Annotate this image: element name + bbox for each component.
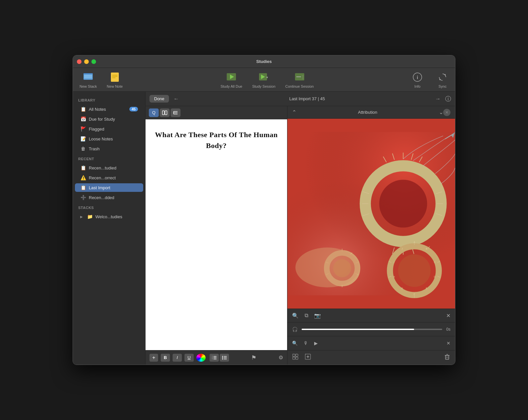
traffic-lights: [77, 59, 96, 64]
sidebar-item-recent2[interactable]: ⚠️ Recen...orrect: [75, 173, 143, 182]
svg-rect-18: [165, 111, 167, 115]
select-all-icon[interactable]: [292, 353, 299, 362]
study-all-due-icon: [225, 71, 237, 83]
italic-button[interactable]: I: [173, 354, 182, 362]
svg-point-33: [222, 357, 223, 358]
main-area: LIBRARY 📋 All Notes 45 📅 Due for Study 🚩…: [73, 92, 455, 365]
sidebar-item-recent1[interactable]: 📋 Recen...tudied: [75, 164, 143, 172]
unordered-list-button[interactable]: [220, 354, 229, 362]
new-stack-button[interactable]: New Stack: [80, 71, 97, 88]
svg-text:▾: ▾: [266, 75, 268, 79]
continue-session-label: Continue Session: [285, 84, 314, 88]
format-toolbar: + B I U 1 2: [146, 350, 287, 365]
flag-button[interactable]: ⚑: [232, 354, 276, 361]
search-answer-icon[interactable]: 🔍: [292, 313, 299, 319]
bold-button[interactable]: B: [161, 354, 170, 362]
svg-text:I: I: [394, 261, 394, 264]
svg-rect-1: [83, 73, 93, 75]
sidebar-item-due-for-study[interactable]: 📅 Due for Study: [75, 115, 143, 123]
attribution-prev[interactable]: ⌃: [292, 109, 296, 115]
recent1-label: Recen...tudied: [89, 165, 116, 170]
svg-text:J: J: [402, 247, 403, 250]
last-import-icon: 📋: [80, 185, 86, 190]
add-content-button[interactable]: +: [149, 354, 158, 362]
answer-image-tools: 🔍 ⧉ 📷 ✕: [287, 309, 455, 322]
add-region-icon[interactable]: [305, 353, 311, 362]
svg-text:C: C: [434, 261, 436, 264]
question-content[interactable]: What are these parts of the human body?: [146, 119, 287, 350]
next-note-button[interactable]: →: [434, 95, 442, 103]
settings-button[interactable]: ⚙: [279, 354, 283, 361]
study-all-due-button[interactable]: Study All Due: [220, 71, 242, 88]
audio-controls: 🎧 0s: [287, 322, 455, 336]
fullscreen-button[interactable]: [91, 59, 96, 64]
svg-rect-3: [111, 73, 119, 82]
new-stack-icon: [82, 71, 94, 83]
play-button[interactable]: ▶: [314, 341, 318, 346]
delete-answer-button[interactable]: [444, 353, 450, 362]
close-answer-button[interactable]: ✕: [446, 313, 450, 319]
flashcard-type-button[interactable]: Q: [149, 108, 159, 117]
close-button[interactable]: [77, 59, 82, 64]
attribution-close-button[interactable]: ✕: [443, 109, 450, 116]
recent4-icon: ➕: [80, 195, 86, 200]
svg-rect-17: [162, 111, 164, 115]
audio-headphone-icon: 🎧: [292, 327, 298, 332]
note-info-button[interactable]: ⓘ: [445, 95, 451, 103]
sync-button[interactable]: Sync: [437, 71, 448, 88]
mic-icon[interactable]: 🎙: [304, 341, 308, 346]
study-session-icon: ▾: [258, 71, 270, 83]
answer-bottom-bar: [287, 350, 455, 365]
svg-text:H: H: [393, 275, 395, 278]
sidebar-item-last-import[interactable]: 📋 Last Import: [75, 183, 143, 192]
recent-section-label: RECENT: [73, 154, 145, 162]
sidebar-item-stack1[interactable]: ▶ 📁 Welco...tudies: [75, 212, 143, 221]
new-note-button[interactable]: New Note: [107, 71, 123, 88]
svg-rect-91: [446, 355, 449, 359]
prev-note-button[interactable]: ←: [172, 95, 180, 103]
info-button[interactable]: i Info: [412, 71, 423, 88]
minimize-button[interactable]: [84, 59, 89, 64]
content-area: Done ← Last Import 37 | 45 → ⓘ Q: [146, 92, 455, 365]
last-import-label: Last Import: [89, 185, 110, 190]
done-button[interactable]: Done: [149, 95, 169, 103]
camera-answer-icon[interactable]: 📷: [314, 313, 321, 319]
question-panel: Q: [146, 106, 287, 365]
attribution-sort[interactable]: ⌄: [439, 109, 443, 115]
sidebar-item-trash[interactable]: 🗑 Trash: [75, 144, 143, 153]
all-notes-icon: 📋: [80, 106, 86, 112]
new-stack-label: New Stack: [80, 84, 97, 88]
stack1-label: Welco...tudies: [95, 214, 122, 219]
sidebar-item-loose-notes[interactable]: 📝 Loose Notes: [75, 135, 143, 143]
underline-button[interactable]: U: [184, 354, 194, 362]
new-note-icon: [109, 71, 121, 83]
attribution-label: Attribution: [296, 110, 439, 115]
library-section-label: LIBRARY: [73, 96, 145, 104]
stacks-section-label: STACKS: [73, 203, 145, 211]
trash-icon: 🗑: [80, 146, 86, 151]
playback-controls: 🔍 🎙 ▶ ✕: [287, 336, 455, 350]
trash-label: Trash: [89, 146, 100, 151]
color-picker-button[interactable]: [196, 354, 206, 362]
crop-answer-icon[interactable]: ⧉: [305, 313, 308, 318]
svg-point-32: [222, 356, 223, 357]
audio-progress-slider[interactable]: [302, 329, 442, 330]
svg-text:D: D: [434, 275, 436, 278]
sidebar-item-recent4[interactable]: ➕ Recen...dded: [75, 193, 143, 202]
svg-text:G: G: [401, 287, 403, 290]
recent2-icon: ⚠️: [80, 175, 86, 180]
continue-session-button[interactable]: ⋮ Continue Session: [285, 71, 314, 88]
loose-notes-icon: 📝: [80, 136, 86, 141]
ordered-list-button[interactable]: 1 2 3: [210, 354, 219, 362]
list-type-button[interactable]: [171, 108, 181, 117]
close-playback-button[interactable]: ✕: [446, 341, 450, 346]
note-area: Q: [146, 106, 455, 365]
search-playback-icon[interactable]: 🔍: [292, 341, 298, 346]
sidebar-item-flagged[interactable]: 🚩 Flagged: [75, 125, 143, 133]
audio-time: 0s: [446, 327, 450, 332]
recent4-label: Recen...dded: [89, 195, 114, 200]
svg-text:3: 3: [212, 358, 213, 360]
study-session-button[interactable]: ▾ Study Session: [252, 71, 275, 88]
layout-type-button[interactable]: [160, 108, 170, 117]
sidebar-item-all-notes[interactable]: 📋 All Notes 45: [75, 105, 143, 113]
